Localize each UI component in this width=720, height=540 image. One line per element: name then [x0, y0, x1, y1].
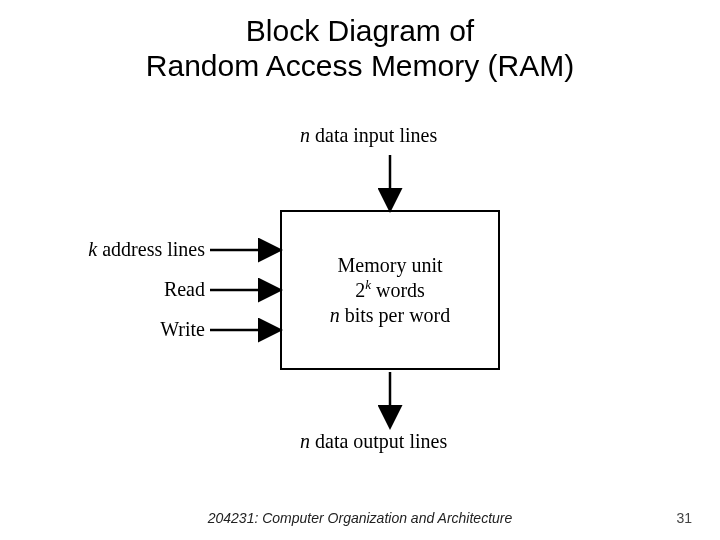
label-data-output: n data output lines [300, 430, 447, 453]
box-text-3: n bits per word [282, 304, 498, 327]
title-line-2: Random Access Memory (RAM) [0, 49, 720, 84]
label-write: Write [160, 318, 205, 341]
box-text-2: 2k words [282, 279, 498, 302]
ram-block-diagram: n data input lines k address lines Read … [0, 100, 720, 480]
slide-footer: 204231: Computer Organization and Archit… [0, 510, 720, 526]
label-read: Read [164, 278, 205, 301]
title-line-1: Block Diagram of [0, 14, 720, 49]
label-address-lines: k address lines [88, 238, 205, 261]
page-number: 31 [676, 510, 692, 526]
box-text-1: Memory unit [282, 254, 498, 277]
label-data-input: n data input lines [300, 124, 437, 147]
memory-unit-block: Memory unit 2k words n bits per word [280, 210, 500, 370]
slide-title: Block Diagram of Random Access Memory (R… [0, 0, 720, 83]
